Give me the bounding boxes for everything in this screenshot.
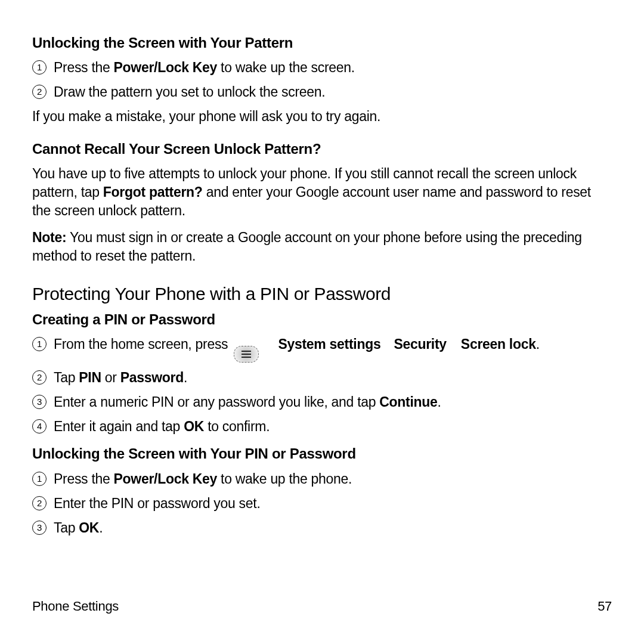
step-text: Enter a numeric PIN or any password you … [54, 394, 379, 410]
option-label: PIN [79, 370, 101, 385]
heading-pin-password: Protecting Your Phone with a PIN or Pass… [32, 282, 612, 306]
menu-path-item: System settings [278, 336, 380, 352]
option-label: Password [120, 370, 184, 385]
list-item: Enter it again and tap OK to confirm. [32, 417, 612, 436]
step-text: to confirm. [204, 419, 270, 434]
heading-unlock-pattern: Unlocking the Screen with Your Pattern [32, 33, 612, 52]
button-label: OK [79, 520, 99, 535]
para-forgot-pattern: You have up to five attempts to unlock y… [32, 165, 612, 220]
list-item: Press the Power/Lock Key to wake up the … [32, 470, 612, 488]
step-text: . [438, 394, 441, 410]
step-text: From the home screen, press [54, 336, 228, 352]
para-google-account-note: Note: You must sign in or create a Googl… [32, 228, 612, 265]
step-text: to wake up the screen. [217, 60, 355, 75]
menu-path-item: Security [394, 336, 446, 352]
heading-cannot-recall: Cannot Recall Your Screen Unlock Pattern… [32, 140, 612, 159]
list-item: From the home screen, press System setti… [32, 335, 612, 363]
footer-section-title: Phone Settings [32, 597, 119, 615]
step-text: . [536, 336, 540, 352]
list-item: Tap OK. [32, 519, 612, 537]
step-text: Draw the pattern you set to unlock the s… [54, 84, 325, 100]
heading-create-pin: Creating a PIN or Password [32, 310, 612, 329]
text: You must sign in or create a Google acco… [32, 230, 582, 264]
menu-path-item: Screen lock [461, 336, 536, 352]
page-number: 57 [597, 597, 612, 615]
steps-unlock-pattern: Press the Power/Lock Key to wake up the … [32, 58, 612, 101]
forgot-pattern-label: Forgot pattern? [103, 184, 203, 200]
step-text: Tap [54, 520, 79, 535]
step-text: or [101, 370, 120, 385]
page-content: Unlocking the Screen with Your Pattern P… [32, 33, 612, 537]
menu-icon [234, 346, 259, 363]
document-page: Unlocking the Screen with Your Pattern P… [0, 0, 644, 644]
button-label: OK [184, 419, 204, 434]
step-text: to wake up the phone. [217, 471, 352, 487]
step-text: Tap [54, 370, 79, 385]
steps-create-pin: From the home screen, press System setti… [32, 335, 612, 436]
steps-unlock-pin: Press the Power/Lock Key to wake up the … [32, 470, 612, 537]
step-text: . [184, 370, 187, 385]
list-item: Tap PIN or Password. [32, 369, 612, 387]
key-name: Power/Lock Key [114, 60, 217, 75]
list-item: Enter a numeric PIN or any password you … [32, 393, 612, 411]
step-text: Press the [54, 60, 114, 75]
step-text: . [99, 520, 103, 535]
para-mistake-note: If you make a mistake, your phone will a… [32, 107, 612, 126]
list-item: Enter the PIN or password you set. [32, 494, 612, 513]
step-text: Enter the PIN or password you set. [54, 496, 260, 511]
list-item: Draw the pattern you set to unlock the s… [32, 83, 612, 101]
note-label: Note: [32, 230, 66, 245]
step-text: Enter it again and tap [54, 419, 184, 434]
button-label: Continue [379, 394, 437, 410]
heading-unlock-pin: Unlocking the Screen with Your PIN or Pa… [32, 444, 612, 463]
list-item: Press the Power/Lock Key to wake up the … [32, 58, 612, 77]
page-footer: Phone Settings 57 [32, 597, 612, 615]
key-name: Power/Lock Key [114, 471, 217, 487]
step-text: Press the [54, 471, 114, 487]
